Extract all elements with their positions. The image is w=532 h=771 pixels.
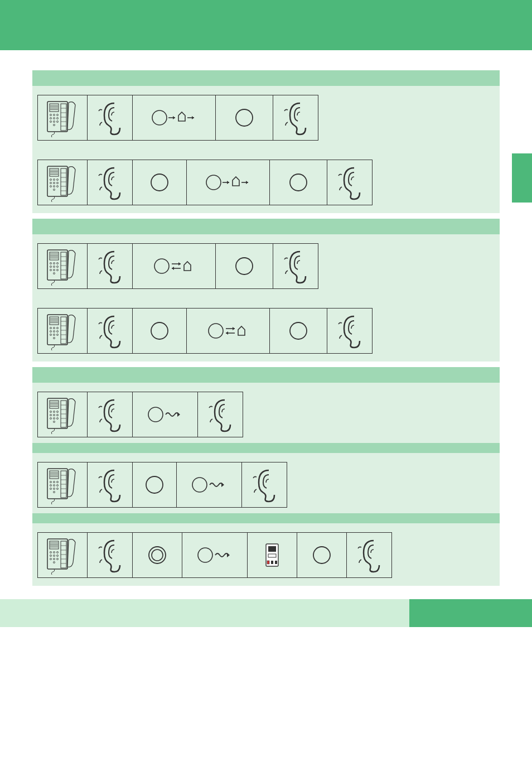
step-press-then-home — [186, 160, 270, 205]
step-listen — [87, 462, 133, 508]
page-content — [0, 70, 532, 586]
step-listen — [87, 243, 133, 289]
row-2b — [32, 299, 500, 354]
step-listen-confirm — [197, 392, 243, 437]
section-3-mid-header-1 — [32, 443, 500, 453]
section-1-header — [32, 70, 500, 86]
step-swap-home — [132, 243, 216, 289]
section-2-header — [32, 219, 500, 234]
step-listen — [87, 392, 133, 437]
step-listen-confirm — [273, 95, 318, 141]
section-3 — [32, 367, 500, 586]
step-listen — [87, 308, 133, 354]
footer-left — [0, 599, 409, 627]
row-2a — [32, 234, 500, 289]
section-3-body — [32, 383, 500, 586]
footer-right — [409, 599, 532, 627]
step-lift-handset — [37, 160, 88, 205]
step-transfer-wave — [176, 462, 242, 508]
footer-band — [0, 599, 532, 627]
section-2 — [32, 219, 500, 362]
row-3b — [32, 453, 500, 508]
step-voice-recorder — [247, 532, 297, 578]
step-press-button — [215, 243, 273, 289]
step-press-button — [269, 160, 327, 205]
side-tab — [512, 153, 532, 203]
step-press-button — [297, 532, 347, 578]
step-lift-handset — [37, 392, 88, 437]
row-1a — [32, 86, 500, 141]
step-press-button — [269, 308, 327, 354]
section-1-body — [32, 86, 500, 213]
step-long-press — [132, 532, 182, 578]
section-3-header — [32, 367, 500, 383]
step-listen — [87, 532, 133, 578]
step-listen-confirm — [327, 160, 373, 205]
step-transfer-wave — [132, 392, 198, 437]
step-press-button — [215, 95, 273, 141]
step-listen — [87, 160, 133, 205]
step-transfer-wave — [182, 532, 248, 578]
step-lift-handset — [37, 95, 88, 141]
section-2-body — [32, 234, 500, 362]
step-press-then-home — [132, 95, 216, 141]
step-press-button — [132, 462, 177, 508]
step-listen-confirm — [327, 308, 373, 354]
section-3-mid-header-2 — [32, 513, 500, 523]
step-listen — [87, 95, 133, 141]
row-1b — [32, 151, 500, 205]
step-lift-handset — [37, 243, 88, 289]
step-listen-confirm — [273, 243, 318, 289]
row-3a — [32, 383, 500, 437]
step-press-button — [132, 308, 187, 354]
step-lift-handset — [37, 462, 88, 508]
step-swap-home — [186, 308, 270, 354]
step-listen-confirm — [241, 462, 287, 508]
step-lift-handset — [37, 308, 88, 354]
top-banner — [0, 0, 532, 50]
step-listen-confirm — [346, 532, 392, 578]
row-3c — [32, 523, 500, 578]
step-lift-handset — [37, 532, 88, 578]
step-press-button — [132, 160, 187, 205]
section-1 — [32, 70, 500, 213]
